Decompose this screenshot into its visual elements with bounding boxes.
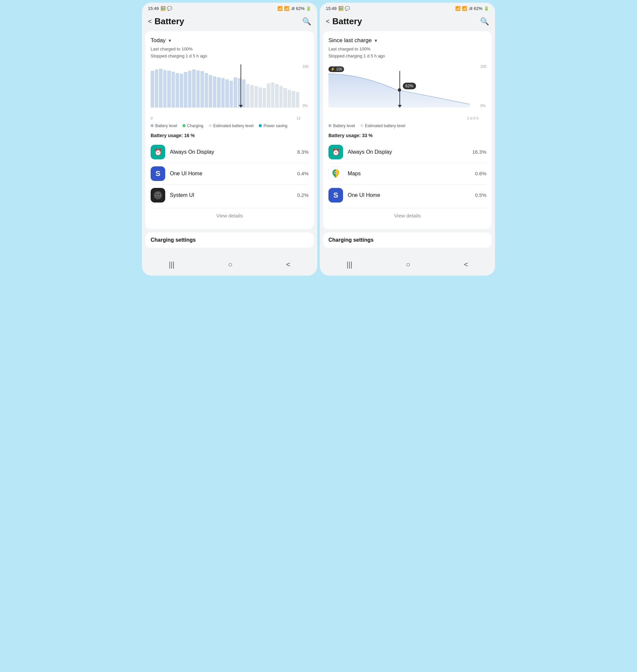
bar-4 bbox=[167, 71, 171, 108]
back-button-left[interactable]: < bbox=[148, 18, 152, 25]
app-name-left-1: One UI Home bbox=[170, 171, 297, 177]
period-selector-right[interactable]: Since last charge ▼ bbox=[328, 37, 486, 44]
charge-line1-right: Last charged to 100% bbox=[328, 46, 486, 53]
back-button-right[interactable]: < bbox=[326, 18, 330, 25]
nav-home-right[interactable]: ○ bbox=[398, 259, 418, 270]
signal-icons-right: 📶 📶 .ill bbox=[455, 6, 472, 11]
bar-12 bbox=[200, 71, 204, 107]
search-button-right[interactable]: 🔍 bbox=[480, 17, 489, 26]
cursor-triangle-right bbox=[398, 105, 402, 108]
app-icon-right-2: S bbox=[328, 188, 343, 202]
nav-menu-right[interactable]: ||| bbox=[339, 259, 360, 270]
bar-0 bbox=[151, 71, 154, 108]
app-row-right-1: Maps 0.6% bbox=[328, 163, 486, 184]
period-label-right: Since last charge bbox=[328, 37, 371, 44]
bar-2 bbox=[159, 69, 163, 108]
bar-19 bbox=[230, 81, 233, 108]
app-percent-right-0: 16.3% bbox=[472, 149, 486, 155]
bar-15 bbox=[213, 76, 217, 108]
signal-icons-left: 📶 📶 .ill bbox=[277, 6, 295, 11]
legend-powersaving-left: Power saving bbox=[259, 124, 287, 128]
phone-right: 15:49 🖼️ 💬 📶 📶 .ill 62% 🔋 < Battery 🔍 bbox=[320, 3, 495, 276]
time-left: 15:49 bbox=[148, 6, 159, 11]
legend-label-battery-left: Battery level bbox=[155, 124, 177, 128]
bar-28 bbox=[267, 83, 270, 108]
app-row-left-2: System UI 0.2% bbox=[151, 184, 309, 206]
legend-label-powersaving-left: Power saving bbox=[263, 124, 287, 128]
legend-estimated-left: Estimated battery level bbox=[209, 124, 253, 128]
legend-dot-charging-left bbox=[182, 124, 185, 127]
svg-point-1 bbox=[154, 192, 161, 198]
content-right: Since last charge ▼ Last charged to 100%… bbox=[320, 31, 495, 254]
status-bar-right: 15:49 🖼️ 💬 📶 📶 .ill 62% 🔋 bbox=[320, 3, 495, 13]
app-icon-right-1 bbox=[328, 166, 343, 181]
legend-charging-left: Charging bbox=[182, 124, 203, 128]
app-name-right-1: Maps bbox=[348, 171, 475, 177]
y-labels-right: 100 0% bbox=[480, 65, 486, 108]
header-left: < Battery 🔍 bbox=[142, 13, 317, 31]
bar-27 bbox=[263, 88, 267, 108]
area-chart-area-right: ⚡ 100 bbox=[328, 65, 486, 114]
nav-menu-left[interactable]: ||| bbox=[161, 259, 182, 270]
bar-32 bbox=[283, 88, 287, 108]
cursor-dot-right bbox=[398, 88, 401, 92]
app-icon-left-0: ⏰ bbox=[151, 145, 165, 159]
bar-10 bbox=[192, 69, 196, 107]
app-percent-left-2: 0.2% bbox=[297, 192, 309, 198]
bar-22 bbox=[242, 79, 245, 108]
cursor-triangle-left bbox=[239, 105, 243, 108]
usage-title-right: Battery usage: 33 % bbox=[328, 133, 486, 138]
usage-title-left: Battery usage: 16 % bbox=[151, 133, 309, 138]
legend-label-estimated-left: Estimated battery level bbox=[213, 124, 253, 128]
cursor-line-left bbox=[240, 65, 241, 108]
battery-right: 62% bbox=[474, 6, 483, 11]
app-row-right-0: ⏰ Always On Display 16.3% bbox=[328, 141, 486, 163]
svg-point-3 bbox=[159, 194, 160, 195]
charging-settings-left[interactable]: Charging settings bbox=[145, 232, 314, 248]
app-percent-right-2: 0.5% bbox=[475, 192, 486, 198]
legend-dot-battery-right bbox=[328, 124, 331, 127]
bar-chart-area-left: 100 0% bbox=[151, 65, 309, 114]
svg-point-6 bbox=[335, 172, 337, 173]
bar-8 bbox=[184, 72, 187, 108]
app-name-right-0: Always On Display bbox=[348, 149, 472, 155]
charging-settings-right[interactable]: Charging settings bbox=[323, 232, 492, 248]
badge-62-right: 62% bbox=[403, 83, 416, 89]
bar-chart-left bbox=[151, 65, 299, 108]
bar-6 bbox=[176, 73, 179, 108]
maps-icon bbox=[331, 168, 340, 179]
bar-25 bbox=[254, 86, 258, 107]
nav-back-right[interactable]: < bbox=[456, 259, 476, 270]
search-button-left[interactable]: 🔍 bbox=[302, 17, 311, 26]
legend-right: Battery level Estimated battery level bbox=[328, 124, 486, 128]
bottom-nav-left: ||| ○ < bbox=[142, 254, 317, 276]
bar-5 bbox=[171, 72, 175, 108]
app-name-right-2: One UI Home bbox=[348, 192, 475, 198]
bar-9 bbox=[188, 71, 192, 108]
legend-label-charging-left: Charging bbox=[187, 124, 203, 128]
period-selector-left[interactable]: Today ▼ bbox=[151, 37, 309, 44]
legend-left: Battery level Charging Estimated battery… bbox=[151, 124, 309, 128]
legend-battery-right: Battery level bbox=[328, 124, 355, 128]
charging-settings-label-left: Charging settings bbox=[151, 237, 196, 243]
view-details-button-left[interactable]: View details bbox=[151, 208, 309, 223]
legend-estimated-right: Estimated battery level bbox=[360, 124, 405, 128]
period-label-left: Today bbox=[151, 37, 166, 44]
period-arrow-left: ▼ bbox=[167, 38, 172, 43]
bar-11 bbox=[196, 70, 200, 108]
status-bar-left: 15:49 🖼️ 💬 📶 📶 .ill 62% 🔋 bbox=[142, 3, 317, 13]
app-icon-left-1: S bbox=[151, 166, 165, 181]
y-labels-left: 100 0% bbox=[303, 65, 309, 108]
nav-home-left[interactable]: ○ bbox=[220, 259, 240, 270]
app-icon-left-2 bbox=[151, 188, 165, 202]
app-percent-left-1: 0.4% bbox=[297, 171, 309, 176]
charging-settings-label-right: Charging settings bbox=[328, 237, 374, 243]
app-row-left-0: ⏰ Always On Display 8.3% bbox=[151, 141, 309, 163]
bar-20 bbox=[234, 77, 237, 108]
nav-back-left[interactable]: < bbox=[278, 259, 298, 270]
status-icons-left: 🖼️ 💬 bbox=[161, 6, 172, 11]
legend-dot-battery-left bbox=[151, 124, 153, 127]
status-icons-right: 🖼️ 💬 bbox=[339, 6, 350, 11]
app-icon-right-0: ⏰ bbox=[328, 145, 343, 159]
view-details-button-right[interactable]: View details bbox=[328, 208, 486, 223]
